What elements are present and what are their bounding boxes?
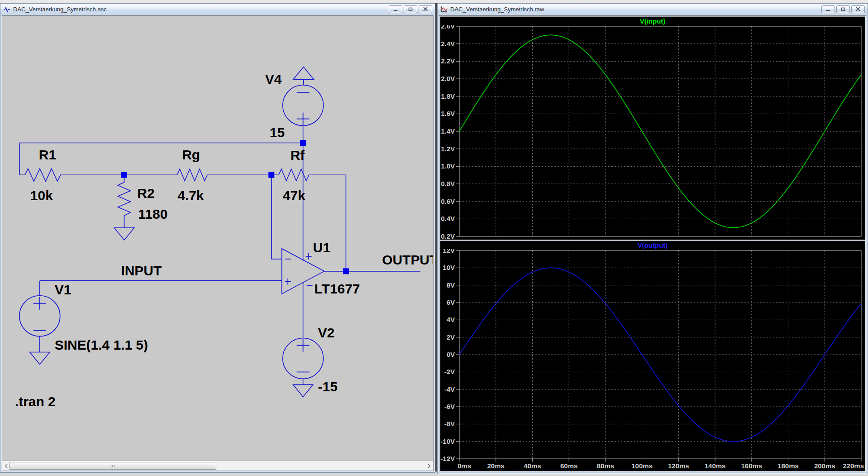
net-label-input[interactable]: INPUT <box>121 263 162 278</box>
component-name[interactable]: R1 <box>39 147 56 162</box>
close-button[interactable] <box>419 5 432 13</box>
schematic-window: DAC_Verstaerkung_Symetrisch.asc <box>0 3 435 473</box>
y-tick-label: 8V <box>447 281 455 289</box>
waveform-file-icon <box>440 6 448 13</box>
resistor-rg[interactable]: Rg 4.7k <box>173 147 211 203</box>
component-value[interactable]: 10k <box>30 188 53 203</box>
y-tick-label: 2.0V <box>441 75 455 82</box>
plot-title-vinput[interactable]: V(input) <box>440 17 865 25</box>
y-tick-label: 0V <box>447 351 455 358</box>
polarity-marks <box>297 93 310 125</box>
y-tick-label: -8V <box>444 420 455 428</box>
component-value[interactable]: 4.7k <box>177 188 204 203</box>
source-v1[interactable]: V1 SINE(1.4 1.1 5) <box>19 282 148 365</box>
plot-pane-vinput[interactable]: V(input) 2.6V2.4V2.2V2.0V1.8V1.6V1.4V1.2… <box>440 16 865 240</box>
y-tick-label: 6V <box>447 298 455 306</box>
minimize-icon <box>393 7 398 11</box>
minimize-button[interactable] <box>389 5 402 13</box>
component-name[interactable]: V4 <box>265 72 282 87</box>
spice-directive[interactable]: .tran 2 <box>15 394 56 409</box>
schematic-titlebar[interactable]: DAC_Verstaerkung_Symetrisch.asc <box>0 4 435 15</box>
resistor-symbol[interactable] <box>275 169 313 181</box>
component-value[interactable]: 1180 <box>138 207 167 221</box>
scrollbar-thumb[interactable] <box>9 462 216 470</box>
y-tick-label: 2.4V <box>441 40 455 48</box>
component-name[interactable]: Rf <box>291 148 305 163</box>
close-button[interactable] <box>851 5 865 13</box>
scroll-left-icon <box>5 464 8 468</box>
y-tick-label: 0.8V <box>441 180 455 188</box>
window-title: DAC_Verstaerkung_Symetrisch.asc <box>13 6 107 13</box>
y-tick-label: 2.2V <box>441 57 455 65</box>
y-tick-label: 1.4V <box>441 127 455 135</box>
y-tick-label: -12V <box>440 455 455 462</box>
source-v4[interactable]: V4 15 <box>265 67 324 140</box>
schematic-canvas[interactable]: R1 10k R2 1180 Rg 4.7k <box>2 16 433 461</box>
restore-button[interactable] <box>836 5 850 13</box>
waveform-window: DAC_Verstaerkung_Symetrisch.raw V(input)… <box>437 3 868 474</box>
component-value[interactable]: 15 <box>270 125 285 140</box>
source-v2[interactable]: V2 -15 <box>283 325 338 397</box>
x-tick-label: 140ms <box>705 462 726 470</box>
top-strip <box>0 0 868 3</box>
polarity-marks <box>297 339 310 372</box>
x-tick-label: 220ms <box>843 462 864 470</box>
resistor-r2[interactable]: R2 1180 <box>118 178 167 221</box>
scrollbar-grip <box>111 465 115 467</box>
waveform-titlebar[interactable]: DAC_Verstaerkung_Symetrisch.raw <box>438 4 868 15</box>
resistor-r1[interactable]: R1 10k <box>19 147 66 203</box>
component-value[interactable]: -15 <box>318 379 338 394</box>
component-name[interactable]: R2 <box>137 186 154 201</box>
component-value[interactable]: SINE(1.4 1.1 5) <box>55 337 148 352</box>
y-tick-label: 12V <box>443 249 455 254</box>
plot-title-voutput[interactable]: V(output) <box>440 241 865 249</box>
x-tick-label: 0ms <box>458 462 471 470</box>
y-tick-label: 1.8V <box>441 92 455 100</box>
minimize-button[interactable] <box>821 5 835 13</box>
net-label-output[interactable]: OUTPUT <box>382 252 433 267</box>
y-tick-label: 10V <box>443 264 455 271</box>
polarity-marks <box>33 297 46 331</box>
opamp-u1[interactable]: U1 LT1677 <box>282 240 360 296</box>
component-name[interactable]: V1 <box>55 282 72 297</box>
power-flag-icon[interactable] <box>293 67 314 80</box>
x-tick-label: 200ms <box>814 462 835 470</box>
component-name[interactable]: V2 <box>318 325 335 340</box>
restore-button[interactable] <box>404 5 417 13</box>
x-tick-label: 40ms <box>524 462 541 470</box>
horizontal-scrollbar[interactable] <box>2 461 433 471</box>
x-tick-label: 100ms <box>631 462 653 470</box>
y-tick-label: 2.6V <box>441 25 455 30</box>
y-tick-label: 1.6V <box>441 110 455 117</box>
scroll-right-button[interactable] <box>425 461 433 471</box>
ground-icon[interactable] <box>30 352 50 364</box>
close-icon <box>423 7 428 11</box>
ground-icon[interactable] <box>293 385 313 397</box>
y-tick-label: 4V <box>447 316 455 323</box>
y-tick-label: 2V <box>447 333 455 341</box>
schematic-file-icon <box>3 6 10 13</box>
component-value[interactable]: LT1677 <box>315 281 360 296</box>
minimize-icon <box>826 7 830 11</box>
component-name[interactable]: U1 <box>313 240 330 255</box>
restore-icon <box>408 7 413 11</box>
plot-pane-voutput[interactable]: V(output) 12V10V8V6V4V2V0V-2V-4V-6V-8V-1… <box>440 240 865 471</box>
y-tick-label: -2V <box>444 368 455 375</box>
close-icon <box>856 7 860 11</box>
y-tick-label: -6V <box>444 403 455 410</box>
voutput-plot[interactable]: 12V10V8V6V4V2V0V-2V-4V-6V-8V-10V-12V0ms2… <box>440 249 865 471</box>
window-title: DAC_Verstaerkung_Symetrisch.raw <box>450 6 544 13</box>
y-tick-label: -10V <box>440 438 455 445</box>
y-tick-label: 1.2V <box>441 145 455 153</box>
x-tick-label: 20ms <box>487 462 505 470</box>
x-tick-label: 60ms <box>560 462 577 470</box>
resistor-symbol[interactable] <box>19 168 66 181</box>
vinput-plot[interactable]: 2.6V2.4V2.2V2.0V1.8V1.6V1.4V1.2V1.0V0.8V… <box>440 25 865 240</box>
resistor-symbol[interactable] <box>118 178 130 220</box>
component-name[interactable]: Rg <box>182 147 200 162</box>
resistor-symbol[interactable] <box>173 169 211 181</box>
ground-icon[interactable] <box>114 228 134 240</box>
y-tick-label: 1.0V <box>441 162 455 170</box>
component-value[interactable]: 47k <box>283 188 305 203</box>
resistor-rf[interactable]: Rf 47k <box>275 148 313 203</box>
